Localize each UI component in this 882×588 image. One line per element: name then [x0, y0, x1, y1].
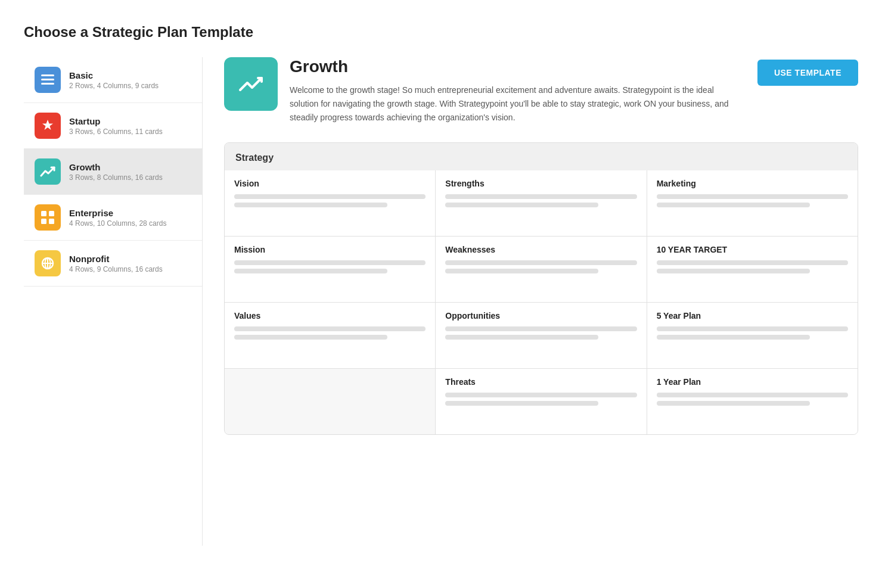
preview-container: Strategy VisionStrengthsMarketingMission…: [224, 142, 858, 435]
card-title-1-3: Threats: [445, 377, 636, 387]
placeholder-line: [657, 203, 810, 207]
preview-card-0-3: [225, 369, 435, 434]
basic-text: Basic2 Rows, 4 Columns, 9 cards: [69, 70, 159, 90]
enterprise-text: Enterprise4 Rows, 10 Columns, 28 cards: [69, 208, 166, 228]
card-title-2-2: 5 Year Plan: [657, 311, 848, 321]
placeholder-line: [234, 194, 426, 199]
placeholder-line: [657, 260, 848, 265]
placeholder-line: [657, 335, 810, 340]
basic-meta: 2 Rows, 4 Columns, 9 cards: [69, 82, 159, 90]
card-title-0-1: Mission: [234, 245, 426, 254]
growth-name: Growth: [69, 162, 163, 172]
preview-card-0-0: Vision: [225, 170, 435, 236]
svg-rect-5: [41, 219, 46, 224]
svg-rect-6: [49, 219, 54, 224]
basic-icon: [35, 67, 61, 93]
startup-text: Startup3 Rows, 6 Columns, 11 cards: [69, 116, 163, 136]
preview-card-1-0: Strengths: [436, 170, 646, 236]
card-title-2-1: 10 YEAR TARGET: [657, 245, 848, 254]
enterprise-name: Enterprise: [69, 208, 166, 218]
preview-card-2-1: 10 YEAR TARGET: [647, 237, 858, 302]
startup-name: Startup: [69, 116, 163, 126]
placeholder-line: [445, 269, 598, 273]
growth-icon: [35, 158, 61, 185]
content-title-block: Growth Welcome to the growth stage! So m…: [290, 57, 746, 125]
svg-rect-3: [41, 211, 46, 216]
preview-card-1-1: Weaknesses: [436, 237, 646, 302]
svg-rect-4: [49, 211, 54, 216]
preview-card-2-0: Marketing: [647, 170, 858, 236]
sidebar-item-enterprise[interactable]: Enterprise4 Rows, 10 Columns, 28 cards: [24, 195, 202, 241]
placeholder-line: [445, 194, 636, 199]
placeholder-line: [445, 260, 636, 265]
preview-grid: VisionStrengthsMarketingMissionWeaknesse…: [225, 170, 858, 434]
placeholder-line: [445, 326, 636, 331]
preview-card-1-2: Opportunities: [436, 303, 646, 368]
preview-card-2-2: 5 Year Plan: [647, 303, 858, 368]
placeholder-line: [234, 326, 426, 331]
preview-card-2-3: 1 Year Plan: [647, 369, 858, 434]
enterprise-meta: 4 Rows, 10 Columns, 28 cards: [69, 219, 166, 228]
sidebar-item-startup[interactable]: Startup3 Rows, 6 Columns, 11 cards: [24, 103, 202, 149]
placeholder-line: [657, 326, 848, 331]
content-area: Growth Welcome to the growth stage! So m…: [203, 57, 858, 546]
svg-rect-1: [41, 79, 54, 80]
preview-section-label: Strategy: [225, 143, 858, 170]
nonprofit-name: Nonprofit: [69, 254, 163, 264]
nonprofit-icon: [35, 250, 61, 276]
placeholder-line: [657, 393, 848, 397]
placeholder-line: [657, 194, 848, 199]
preview-card-0-1: Mission: [225, 237, 435, 302]
use-template-button[interactable]: USE TEMPLATE: [757, 60, 858, 86]
sidebar-item-nonprofit[interactable]: Nonprofit4 Rows, 9 Columns, 16 cards: [24, 241, 202, 287]
startup-meta: 3 Rows, 6 Columns, 11 cards: [69, 127, 163, 136]
placeholder-line: [234, 260, 426, 265]
placeholder-line: [234, 335, 387, 340]
svg-rect-0: [41, 74, 54, 76]
growth-text: Growth3 Rows, 8 Columns, 16 cards: [69, 162, 163, 182]
nonprofit-text: Nonprofit4 Rows, 9 Columns, 16 cards: [69, 254, 163, 273]
sidebar-item-basic[interactable]: Basic2 Rows, 4 Columns, 9 cards: [24, 57, 202, 103]
template-icon: [224, 57, 278, 111]
placeholder-line: [657, 401, 810, 406]
card-title-0-2: Values: [234, 311, 426, 321]
placeholder-line: [445, 393, 636, 397]
placeholder-line: [234, 203, 387, 207]
placeholder-line: [445, 203, 598, 207]
card-title-2-3: 1 Year Plan: [657, 377, 848, 387]
preview-card-1-3: Threats: [436, 369, 646, 434]
sidebar: Basic2 Rows, 4 Columns, 9 cardsStartup3 …: [24, 57, 203, 546]
placeholder-line: [445, 401, 598, 406]
placeholder-line: [234, 269, 387, 273]
card-title-1-0: Strengths: [445, 179, 636, 188]
basic-name: Basic: [69, 70, 159, 80]
card-title-1-2: Opportunities: [445, 311, 636, 321]
growth-meta: 3 Rows, 8 Columns, 16 cards: [69, 173, 163, 182]
nonprofit-meta: 4 Rows, 9 Columns, 16 cards: [69, 265, 163, 273]
template-title: Growth: [290, 57, 746, 76]
placeholder-line: [657, 269, 810, 273]
main-layout: Basic2 Rows, 4 Columns, 9 cardsStartup3 …: [24, 57, 858, 546]
content-header: Growth Welcome to the growth stage! So m…: [224, 57, 858, 125]
placeholder-line: [445, 335, 598, 340]
template-description: Welcome to the growth stage! So much ent…: [290, 83, 731, 125]
enterprise-icon: [35, 204, 61, 231]
page-title: Choose a Strategic Plan Template: [24, 24, 858, 41]
card-title-1-1: Weaknesses: [445, 245, 636, 254]
svg-rect-2: [41, 83, 54, 85]
card-title-2-0: Marketing: [657, 179, 848, 188]
startup-icon: [35, 113, 61, 139]
card-title-0-0: Vision: [234, 179, 426, 188]
preview-card-0-2: Values: [225, 303, 435, 368]
sidebar-item-growth[interactable]: Growth3 Rows, 8 Columns, 16 cards: [24, 149, 202, 195]
